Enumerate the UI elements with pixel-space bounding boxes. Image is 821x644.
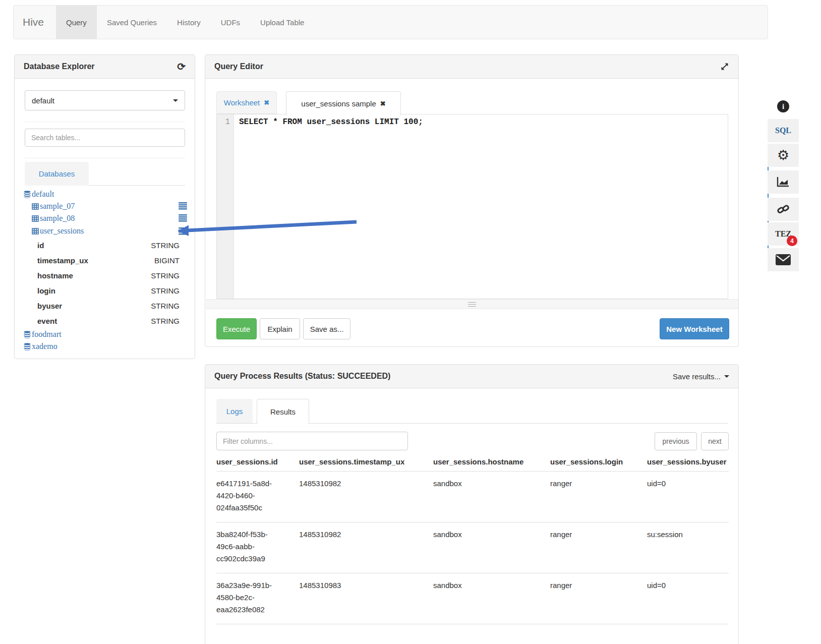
column-type: STRING [151, 286, 180, 295]
query-editor-header: Query Editor [205, 55, 738, 79]
column-type: STRING [151, 241, 180, 250]
divider [25, 158, 185, 158]
divider [25, 122, 185, 122]
database-tree: default sample_07 sample_08 user_session… [24, 188, 188, 353]
previous-page-button[interactable]: previous [655, 432, 697, 450]
cell-byuser: uid=0 [647, 472, 729, 522]
save-as-button[interactable]: Save as... [303, 318, 350, 339]
close-tab-icon[interactable] [380, 100, 386, 107]
save-results-label: Save results... [673, 372, 721, 381]
next-page-button[interactable]: next [701, 432, 729, 450]
cell-timestamp: 1485310982 [299, 522, 433, 573]
sql-code-editor[interactable]: 1 SELECT * FROM user_sessions LIMIT 100; [216, 114, 728, 299]
cell-login: ranger [550, 472, 647, 522]
column-name: hostname [37, 271, 73, 280]
worksheet-tab-label: user_sessions sample [301, 99, 376, 108]
tree-db-xademo[interactable]: xademo [24, 340, 188, 353]
column-name: id [37, 241, 44, 250]
cell-timestamp: 1485310982 [299, 472, 433, 522]
envelope-icon [776, 254, 791, 265]
query-results-panel: Query Process Results (Status: SUCCEEDED… [205, 364, 739, 644]
tab-results[interactable]: Results [257, 399, 309, 424]
sidebar-item-sql[interactable]: SQL [768, 119, 799, 142]
sidebar-item-info[interactable] [768, 95, 799, 118]
search-tables-input[interactable] [25, 129, 185, 147]
tree-table-sample-08[interactable]: sample_08 [24, 212, 188, 224]
cell-login: ranger [550, 522, 647, 573]
query-results-header: Query Process Results (Status: SUCCEEDED… [205, 365, 738, 388]
worksheet-tab[interactable]: Worksheet [216, 91, 277, 114]
tree-column-row: id STRING [24, 238, 188, 253]
database-icon [24, 331, 31, 338]
nav-tab-query[interactable]: Query [56, 6, 97, 39]
user-sessions-sample-tab[interactable]: user_sessions sample [286, 91, 401, 115]
tree-db-label: default [32, 190, 54, 199]
nav-tab-upload-table[interactable]: Upload Table [250, 6, 314, 39]
grip-icon [468, 302, 476, 307]
column-type: BIGINT [154, 256, 180, 265]
sidebar-item-messages[interactable] [768, 248, 799, 271]
save-results-dropdown[interactable]: Save results... [673, 372, 729, 381]
tree-table-label: user_sessions [40, 226, 84, 236]
cell-hostname: sandbox [433, 472, 550, 522]
tree-column-row: hostname STRING [24, 268, 188, 283]
tree-table-label: sample_08 [40, 214, 75, 223]
column-type: STRING [151, 302, 180, 310]
column-name: event [37, 317, 57, 325]
nav-tab-saved-queries[interactable]: Saved Queries [97, 6, 167, 39]
nav-tab-udfs[interactable]: UDFs [211, 6, 250, 39]
tab-databases[interactable]: Databases [25, 162, 89, 186]
hive-view-page: Hive Query Saved Queries History UDFs Up… [0, 0, 821, 644]
table-icon [32, 203, 39, 210]
column-header: user_sessions.timestamp_ux [299, 457, 433, 466]
tree-column-row: byuser STRING [24, 298, 188, 313]
new-worksheet-button[interactable]: New Worksheet [660, 318, 729, 339]
cell-id: e6417191-5a8d-4420-b460-024faa35f50c [216, 472, 299, 522]
query-editor-panel: Query Editor Worksheet user_sessions sam… [205, 54, 739, 347]
tab-logs[interactable]: Logs [216, 399, 253, 423]
tree-db-default[interactable]: default [24, 188, 188, 200]
database-explorer-header: Database Explorer [15, 55, 195, 79]
database-select[interactable]: default [25, 90, 185, 110]
column-name: byuser [37, 302, 62, 310]
sidebar-item-link[interactable] [768, 198, 799, 221]
top-navbar: Hive Query Saved Queries History UDFs Up… [13, 5, 768, 39]
expand-icon[interactable] [720, 62, 729, 71]
nav-tab-history[interactable]: History [167, 6, 211, 39]
refresh-icon[interactable] [177, 62, 186, 72]
table-columns-list-icon[interactable] [179, 202, 187, 211]
chevron-down-icon [173, 99, 178, 102]
database-icon [24, 343, 31, 350]
tree-db-foodmart[interactable]: foodmart [24, 328, 188, 340]
table-columns-list-icon[interactable] [179, 227, 187, 237]
sql-label: SQL [775, 126, 791, 135]
chevron-down-icon [724, 375, 729, 378]
column-type: STRING [151, 271, 180, 280]
column-name: timestamp_ux [37, 256, 88, 265]
tree-column-row: event STRING [24, 313, 188, 328]
tree-table-sample-07[interactable]: sample_07 [24, 200, 188, 212]
editor-resize-handle[interactable] [206, 299, 738, 309]
filter-columns-input[interactable] [216, 432, 408, 450]
tree-db-label: xademo [32, 342, 57, 351]
database-explorer-title: Database Explorer [24, 62, 95, 71]
column-header: user_sessions.login [550, 457, 647, 466]
notification-badge: 4 [787, 236, 797, 246]
sql-query-text: SELECT * FROM user_sessions LIMIT 100; [234, 114, 423, 299]
cell-id: 36a23a9e-991b-4580-be2c-eaa2623fe082 [216, 573, 299, 624]
column-type: STRING [151, 317, 180, 325]
close-tab-icon[interactable] [264, 99, 269, 106]
tree-table-user-sessions[interactable]: user_sessions [24, 224, 188, 238]
explain-button[interactable]: Explain [260, 318, 300, 339]
table-columns-list-icon[interactable] [179, 214, 187, 223]
database-select-value: default [32, 96, 54, 105]
line-number: 1 [225, 118, 230, 127]
table-row: 36a23a9e-991b-4580-be2c-eaa2623fe082 148… [216, 573, 729, 624]
tree-table-label: sample_07 [40, 202, 75, 211]
table-row: 3ba8240f-f53b-49c6-aabb-cc902cdc39a9 148… [216, 522, 729, 573]
sidebar-item-settings[interactable] [768, 144, 799, 167]
sidebar-item-visualization[interactable] [768, 170, 799, 194]
cell-hostname: sandbox [433, 522, 550, 573]
execute-button[interactable]: Execute [216, 318, 257, 339]
app-brand[interactable]: Hive [14, 6, 56, 39]
